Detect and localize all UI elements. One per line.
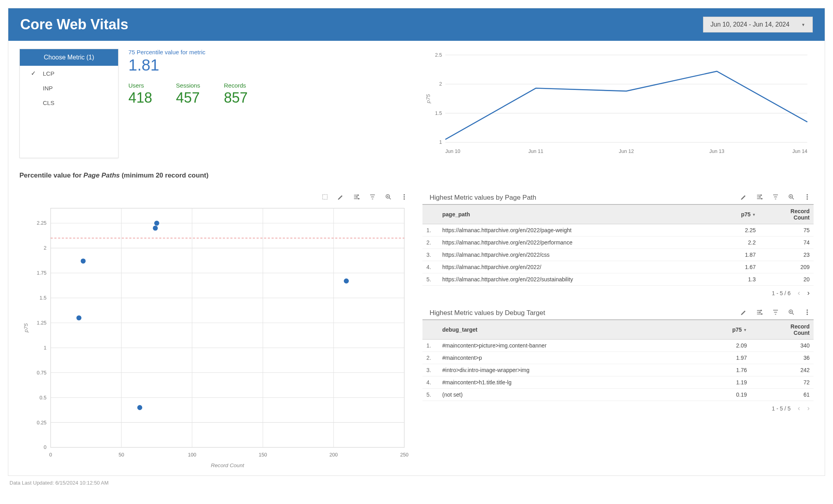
scatter-toolbar (19, 191, 411, 204)
metric-option-inp[interactable]: INP (20, 81, 118, 95)
col-p75[interactable]: p75▼ (698, 320, 751, 340)
pager-label: 1 - 5 / 5 (772, 405, 791, 412)
cell-index: 4. (422, 261, 438, 273)
cell-path: https://almanac.httparchive.org/en/2022/… (438, 224, 715, 237)
zoom-icon[interactable] (384, 193, 392, 201)
cell-p75: 1.67 (715, 261, 760, 273)
filter-icon[interactable] (772, 193, 780, 201)
date-range-picker[interactable]: Jun 10, 2024 - Jun 14, 2024 ▼ (703, 17, 813, 32)
col-index[interactable] (422, 204, 438, 224)
svg-text:Jun 13: Jun 13 (709, 149, 724, 154)
svg-point-66 (761, 198, 762, 199)
zoom-icon[interactable] (787, 193, 795, 201)
cell-target: #intro>div.intro-image-wrapper>img (438, 364, 698, 376)
svg-point-77 (807, 314, 808, 315)
table-row[interactable]: 4.#maincontent>h1.title.title-lg1.1972 (422, 376, 814, 389)
svg-point-76 (807, 312, 808, 313)
svg-text:2.5: 2.5 (435, 52, 442, 58)
col-p75[interactable]: p75▼ (715, 204, 760, 224)
svg-point-65 (759, 197, 760, 198)
svg-point-72 (759, 312, 760, 313)
col-record-count[interactable]: RecordCount (751, 320, 814, 340)
more-icon[interactable] (803, 193, 811, 201)
cell-p75: 2.09 (698, 340, 751, 352)
table-row[interactable]: 3.https://almanac.httparchive.org/en/202… (422, 249, 814, 261)
cell-target: #maincontent>picture>img.content-banner (438, 340, 698, 352)
col-p75-label: p75 (732, 326, 742, 333)
more-icon[interactable] (803, 308, 811, 316)
table-debug-target: debug_target p75▼ RecordCount 1.#maincon… (422, 319, 814, 401)
tune-icon[interactable] (756, 193, 764, 201)
svg-text:0.5: 0.5 (40, 395, 47, 401)
col-index[interactable] (422, 320, 438, 340)
prev-page-button[interactable]: ‹ (798, 404, 800, 412)
svg-text:1.5: 1.5 (435, 111, 442, 116)
edit-icon[interactable] (337, 193, 345, 201)
table-debug-target-section: Highest Metric values by Debug Target de… (422, 307, 814, 416)
select-icon[interactable] (321, 193, 329, 201)
kpi-p75-label: 75 Percentile value for metric (128, 49, 411, 55)
next-page-button[interactable]: › (807, 404, 810, 412)
cell-count: 74 (760, 237, 814, 249)
col-record-count[interactable]: RecordCount (760, 204, 814, 224)
svg-point-19 (404, 194, 405, 195)
svg-text:1: 1 (44, 345, 46, 351)
summary-panel: Choose Metric (1) ✓ LCP INP CLS 75 Perce… (19, 49, 411, 158)
cell-p75: 1.76 (698, 364, 751, 376)
cell-p75: 1.87 (715, 249, 760, 261)
svg-text:100: 100 (188, 452, 196, 458)
svg-point-69 (807, 197, 808, 198)
cell-path: https://almanac.httparchive.org/en/2022/… (438, 273, 715, 286)
svg-text:p75: p75 (425, 94, 431, 103)
metric-option-cls[interactable]: CLS (20, 95, 118, 110)
tune-icon[interactable] (353, 193, 361, 201)
svg-point-16 (356, 197, 357, 198)
table-row[interactable]: 1.https://almanac.httparchive.org/en/202… (422, 224, 814, 237)
col-debug-target[interactable]: debug_target (438, 320, 698, 340)
col-page-path[interactable]: page_path (438, 204, 715, 224)
edit-icon[interactable] (740, 308, 748, 316)
metric-option-lcp[interactable]: ✓ LCP (20, 66, 118, 81)
svg-point-57 (153, 226, 158, 231)
tune-icon[interactable] (756, 308, 764, 316)
kpi-label: Sessions (176, 82, 200, 89)
cell-path: https://almanac.httparchive.org/en/2022/… (438, 249, 715, 261)
svg-point-20 (404, 197, 405, 198)
svg-text:1.25: 1.25 (37, 320, 47, 326)
svg-point-21 (404, 199, 405, 200)
table-row[interactable]: 4.https://almanac.httparchive.org/en/202… (422, 261, 814, 273)
cell-count: 209 (760, 261, 814, 273)
filter-icon[interactable] (369, 193, 376, 201)
header: Core Web Vitals Jun 10, 2024 - Jun 14, 2… (8, 8, 825, 41)
table-page-path-toolbar (740, 191, 814, 204)
svg-point-68 (807, 194, 808, 195)
table-row[interactable]: 3.#intro>div.intro-image-wrapper>img1.76… (422, 364, 814, 376)
next-page-button[interactable]: › (807, 289, 810, 297)
filter-icon[interactable] (772, 308, 780, 316)
footer-updated: Data Last Updated: 6/15/2024 10:12:50 AM (8, 476, 825, 490)
svg-text:250: 250 (400, 452, 409, 458)
kpi-records: Records 857 (224, 82, 248, 106)
table-row[interactable]: 1.#maincontent>picture>img.content-banne… (422, 340, 814, 352)
page-title: Core Web Vitals (20, 16, 128, 33)
svg-text:1: 1 (439, 139, 442, 145)
table-row[interactable]: 2.https://almanac.httparchive.org/en/202… (422, 237, 814, 249)
table-row[interactable]: 5.(not set)0.1961 (422, 389, 814, 401)
svg-point-58 (81, 259, 86, 264)
table-row[interactable]: 5.https://almanac.httparchive.org/en/202… (422, 273, 814, 286)
cell-count: 61 (751, 389, 814, 401)
cell-count: 242 (751, 364, 814, 376)
metric-selector-title: Choose Metric (1) (20, 49, 118, 66)
sort-desc-icon: ▼ (752, 213, 756, 217)
svg-point-64 (760, 195, 762, 196)
table-row[interactable]: 2.#maincontent>p1.9736 (422, 352, 814, 364)
more-icon[interactable] (400, 193, 408, 201)
kpi-users: Users 418 (128, 82, 152, 106)
zoom-icon[interactable] (787, 308, 795, 316)
edit-icon[interactable] (740, 193, 748, 201)
kpi-block: 75 Percentile value for metric 1.81 User… (128, 49, 411, 158)
cell-p75: 1.97 (698, 352, 751, 364)
prev-page-button[interactable]: ‹ (798, 289, 800, 297)
pager-debug-target: 1 - 5 / 5 ‹ › (422, 401, 814, 416)
cell-index: 1. (422, 340, 438, 352)
